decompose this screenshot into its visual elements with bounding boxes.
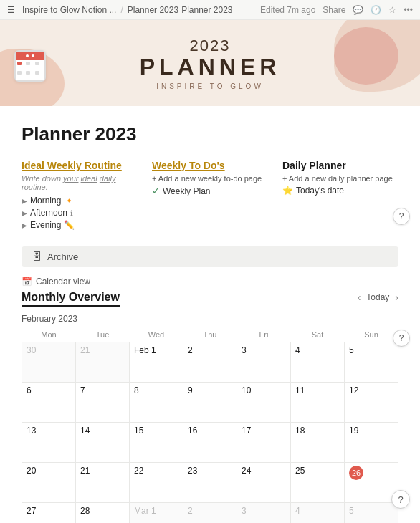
arrow-icon: ▶ bbox=[22, 197, 27, 205]
calendar-day-cell[interactable]: 14 bbox=[76, 423, 130, 463]
help-button-bottom[interactable]: ? bbox=[391, 490, 410, 509]
calendar-day-cell[interactable]: 20 bbox=[22, 463, 76, 503]
calendar-day-cell[interactable]: 5 bbox=[345, 342, 398, 383]
day-number: 30 bbox=[27, 345, 36, 355]
cal-icon-top bbox=[16, 52, 44, 60]
calendar-table: Mon Tue Wed Thu Fri Sat Sun 3021Feb 1234… bbox=[22, 328, 398, 523]
calendar-day-cell[interactable]: 3 bbox=[237, 342, 291, 383]
breadcrumb-item2-label: Planner 2023 bbox=[181, 5, 232, 15]
calendar-day-cell[interactable]: 22 bbox=[130, 463, 183, 503]
breadcrumb-item2[interactable]: Planner 2023 bbox=[128, 5, 178, 15]
calendar-day-cell[interactable]: 21 bbox=[76, 342, 130, 383]
evening-dot: ✏️ bbox=[64, 220, 75, 230]
hero-planner-label: PLANNER bbox=[138, 55, 282, 78]
calendar-day-cell[interactable]: 17 bbox=[237, 423, 291, 463]
col-thu: Thu bbox=[183, 328, 237, 342]
add-weekly-todo[interactable]: + Add a new weekly to-do page bbox=[152, 174, 268, 183]
month-navigation: ‹ Today › bbox=[358, 292, 398, 303]
todays-date-item[interactable]: ⭐ Today's date bbox=[282, 186, 398, 196]
cal-cell1 bbox=[17, 62, 22, 65]
day-number: 27 bbox=[27, 506, 36, 516]
calendar-day-cell[interactable]: 25 bbox=[291, 463, 345, 503]
calendar-day-cell[interactable]: 21 bbox=[76, 463, 130, 503]
menu-icon[interactable]: ☰ bbox=[7, 5, 15, 15]
calendar-day-cell[interactable]: 8 bbox=[130, 383, 183, 423]
cal-cell2 bbox=[26, 62, 30, 65]
day-number: 11 bbox=[295, 385, 305, 395]
calendar-day-cell[interactable]: 11 bbox=[291, 383, 345, 423]
calendar-day-cell[interactable]: 9 bbox=[183, 383, 237, 423]
day-number: 3 bbox=[242, 345, 247, 355]
calendar-header-row: Mon Tue Wed Thu Fri Sat Sun bbox=[22, 328, 398, 342]
daily-planner-title[interactable]: Daily Planner bbox=[282, 160, 398, 171]
cal-cell5 bbox=[26, 71, 30, 75]
calendar-day-cell[interactable]: 2 bbox=[183, 342, 237, 383]
main-content: Planner 2023 Ideal Weekly Routine Write … bbox=[0, 106, 420, 523]
routine-evening[interactable]: ▶ Evening ✏️ bbox=[22, 220, 138, 230]
calendar-view-icon: 📅 bbox=[22, 277, 32, 287]
day-number: 17 bbox=[242, 426, 251, 436]
calendar-day-cell[interactable]: 13 bbox=[22, 423, 76, 463]
calendar-day-cell[interactable]: 24 bbox=[237, 463, 291, 503]
calendar-day-cell[interactable]: 30 bbox=[22, 342, 76, 383]
day-number: 19 bbox=[349, 426, 358, 436]
calendar-day-cell[interactable]: Feb 1 bbox=[130, 342, 183, 383]
calendar-day-cell[interactable]: 23 bbox=[183, 463, 237, 503]
help-button-mid[interactable]: ? bbox=[393, 208, 410, 225]
add-daily-planner[interactable]: + Add a new daily planner page bbox=[282, 174, 398, 183]
col-mon: Mon bbox=[22, 328, 76, 342]
calendar-day-cell[interactable]: 19 bbox=[345, 423, 398, 463]
sections-row: Ideal Weekly Routine Write down your ide… bbox=[22, 160, 398, 232]
calendar-day-cell[interactable]: 2 bbox=[183, 503, 237, 524]
breadcrumb-item1[interactable]: Inspire to Glow Notion ... bbox=[22, 5, 116, 15]
day-number: Feb 1 bbox=[134, 345, 156, 355]
check-icon: ✓ bbox=[152, 186, 160, 196]
calendar-day-cell[interactable]: Mar 1 bbox=[130, 503, 183, 524]
day-number: 5 bbox=[349, 345, 354, 355]
star-icon[interactable]: ☆ bbox=[388, 5, 396, 15]
morning-label: Morning bbox=[30, 196, 61, 206]
day-number: 5 bbox=[349, 506, 354, 516]
calendar-day-cell[interactable]: 16 bbox=[183, 423, 237, 463]
day-number: 28 bbox=[80, 506, 90, 516]
hero-year: 2023 bbox=[138, 37, 282, 55]
prev-month-button[interactable]: ‹ bbox=[358, 292, 361, 303]
day-number: 20 bbox=[27, 466, 36, 476]
daily-planner-section: Daily Planner + Add a new daily planner … bbox=[282, 160, 398, 232]
hero-dash-left bbox=[138, 85, 152, 85]
help-button-lower[interactable]: ? bbox=[393, 330, 410, 347]
day-number: 8 bbox=[134, 385, 139, 395]
share-button[interactable]: Share bbox=[323, 5, 345, 15]
archive-label: Archive bbox=[47, 251, 78, 262]
calendar-view-label[interactable]: 📅 Calendar view bbox=[22, 277, 398, 287]
monthly-overview-title: Monthly Overview bbox=[22, 291, 120, 307]
ideal-weekly-title[interactable]: Ideal Weekly Routine bbox=[22, 160, 138, 171]
more-icon[interactable]: ••• bbox=[404, 5, 413, 15]
calendar-day-cell[interactable]: 26 bbox=[345, 463, 398, 503]
monthly-overview-section: Monthly Overview ‹ Today › February 2023… bbox=[22, 291, 398, 523]
archive-bar[interactable]: 🗄 Archive bbox=[22, 246, 398, 267]
calendar-week-row: 6789101112 bbox=[22, 383, 398, 423]
calendar-day-cell[interactable]: 5 bbox=[345, 503, 398, 524]
weekly-plan-item[interactable]: ✓ Weekly Plan bbox=[152, 186, 268, 196]
calendar-day-cell[interactable]: 15 bbox=[130, 423, 183, 463]
calendar-day-cell[interactable]: 27 bbox=[22, 503, 76, 524]
next-month-button[interactable]: › bbox=[395, 292, 398, 303]
calendar-day-cell[interactable]: 4 bbox=[291, 342, 345, 383]
calendar-day-cell[interactable]: 28 bbox=[76, 503, 130, 524]
archive-icon: 🗄 bbox=[32, 251, 42, 262]
calendar-day-cell[interactable]: 18 bbox=[291, 423, 345, 463]
calendar-day-cell[interactable]: 4 bbox=[291, 503, 345, 524]
calendar-day-cell[interactable]: 12 bbox=[345, 383, 398, 423]
comment-icon[interactable]: 💬 bbox=[353, 5, 363, 15]
calendar-day-cell[interactable]: 7 bbox=[76, 383, 130, 423]
calendar-week-row: 3021Feb 12345 bbox=[22, 342, 398, 383]
calendar-day-cell[interactable]: 10 bbox=[237, 383, 291, 423]
calendar-day-cell[interactable]: 6 bbox=[22, 383, 76, 423]
routine-morning[interactable]: ▶ Morning 🔸 bbox=[22, 196, 138, 206]
weekly-todos-title[interactable]: Weekly To Do's bbox=[152, 160, 268, 171]
routine-afternoon[interactable]: ▶ Afternoon ℹ bbox=[22, 208, 138, 218]
today-button[interactable]: Today bbox=[366, 292, 389, 302]
calendar-day-cell[interactable]: 3 bbox=[237, 503, 291, 524]
clock-icon[interactable]: 🕐 bbox=[371, 5, 381, 15]
